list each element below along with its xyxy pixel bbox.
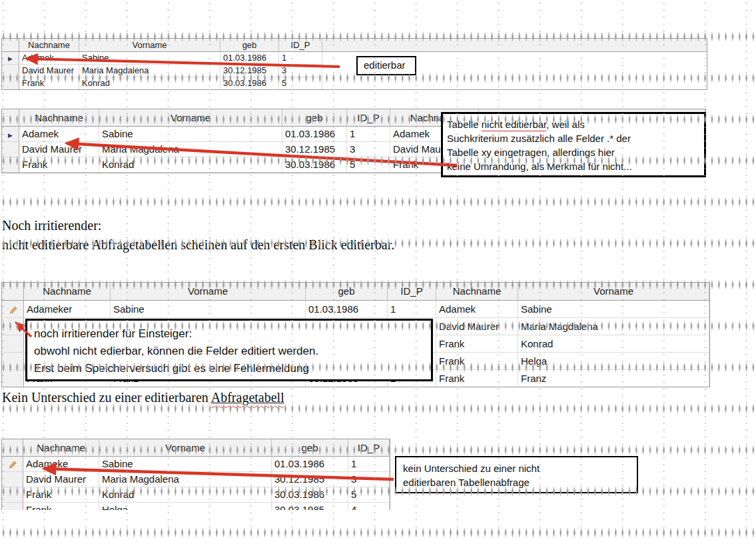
table-cell: Sabine — [99, 457, 272, 472]
table-cell: David Maurer — [436, 318, 518, 335]
table-cell: 4 — [348, 503, 390, 510]
table-cell: 3 — [279, 65, 322, 77]
callout-line: kein Unterschied zu einer nicht — [403, 461, 637, 475]
column-header: Nachname — [23, 439, 99, 457]
table-cell: Frank — [19, 157, 99, 173]
table-screenshot-no-difference[interactable]: NachnameVornamegebID_PAdamekeSabine01.03… — [1, 439, 390, 510]
table-cell: David Maurer — [19, 142, 99, 157]
column-header: Vorname — [79, 39, 220, 52]
table-cell: Konrad — [99, 487, 272, 503]
row-header-cell — [2, 370, 24, 387]
row-header-corner — [2, 39, 19, 52]
column-header: Vorname — [518, 283, 709, 301]
table-cell: 01.03.1986 — [282, 127, 347, 142]
callout-line: obwohl nicht edierbar, können die Felder… — [34, 343, 431, 360]
table-cell: 30.03.1985 — [272, 503, 348, 510]
table-row: AdamekerSabine01.03.19861AdamekSabine — [2, 301, 709, 318]
column-header: Vorname — [99, 109, 282, 127]
column-header: Nachname — [19, 109, 99, 127]
table-cell: Adamek — [436, 301, 518, 318]
table-cell: Frank — [23, 503, 99, 510]
column-header: geb — [220, 39, 279, 52]
callout-line: Suchkriterium zusätzlich alle Felder .* … — [447, 131, 704, 145]
table-cell: 30.12.1985 — [220, 65, 279, 77]
red-underlined-text: nicht editierbar — [482, 119, 547, 131]
table-cell: Helga — [99, 503, 272, 510]
callout-editierbar[interactable]: editierbar — [356, 56, 416, 75]
table-cell: Frank — [19, 77, 79, 90]
table-cell: Maria Magdalena — [79, 65, 220, 77]
table-cell: 30.03.1986 — [272, 487, 348, 503]
spellcheck-wavy-underline: Abfragetabell — [211, 390, 284, 405]
callout-no-difference[interactable]: kein Unterschied zu einer nicht editierb… — [395, 456, 638, 493]
column-header: ID_P — [347, 109, 390, 127]
table-cell: 01.03.1986 — [272, 457, 348, 472]
table-cell: Sabine — [111, 301, 306, 318]
table-cell: Adamek — [19, 127, 99, 142]
row-header-corner — [2, 283, 24, 301]
paragraph-line: Noch irritierender: — [2, 216, 394, 235]
row-header-cell — [2, 318, 24, 335]
callout-line: noch irritierender für Einsteiger: — [34, 325, 431, 343]
table-cell: 01.03.1986 — [220, 52, 279, 65]
table-cell: Frank — [436, 353, 518, 370]
row-header-cell — [2, 353, 24, 370]
table-cell: 1 — [347, 127, 390, 142]
table-cell: Maria Magdalena — [99, 142, 282, 157]
column-header: ID_P — [348, 439, 390, 457]
table-cell: David Maurer — [23, 472, 99, 487]
table-cell: Helga — [518, 353, 709, 370]
paragraph-no-difference: Kein Unterschied zu einer editierbaren A… — [2, 388, 284, 407]
row-header-corner — [2, 439, 23, 457]
table-cell: 5 — [348, 487, 390, 503]
table-cell: Frank — [436, 370, 518, 387]
table-screenshot-editable-query[interactable]: NachnameVornamegebID_P▶AdamekSabine01.03… — [1, 38, 707, 90]
table-cell: Adameke — [23, 457, 99, 472]
callout-line: editierbaren Tabellenabfrage — [403, 475, 637, 489]
edit-pencil-icon — [7, 458, 17, 469]
table-cell: Maria Magdalena — [99, 472, 272, 487]
table-row: David MaurerMaria Magdalena30.12.19853 — [2, 472, 390, 487]
row-filler — [322, 77, 707, 90]
row-header-cell — [2, 457, 23, 472]
column-header: Nachname — [24, 283, 111, 301]
row-header-cell — [2, 472, 23, 487]
table-cell: Konrad — [79, 77, 220, 90]
header-filler — [322, 39, 707, 52]
active-row-marker-icon: ▶ — [8, 132, 13, 139]
row-header-cell — [2, 335, 24, 353]
row-header-cell — [2, 301, 24, 318]
row-header-cell — [2, 157, 19, 173]
table-cell: 30.12.1985 — [272, 472, 348, 487]
column-header: ID_P — [279, 39, 322, 52]
table-cell: 5 — [347, 157, 390, 173]
table-row: FrankKonrad30.03.19865 — [2, 77, 707, 90]
table-cell: David Maurer — [19, 65, 79, 77]
row-header-cell — [2, 65, 19, 77]
column-header: geb — [306, 283, 388, 301]
row-header-corner — [2, 109, 19, 127]
callout-line: keine Umrandung, als Merkmal für nicht..… — [447, 159, 704, 173]
table-cell: Frank — [436, 335, 518, 353]
table-cell: 1 — [348, 457, 390, 472]
table-row: ▶AdamekSabine01.03.19861 — [2, 52, 707, 65]
table-cell: Konrad — [518, 335, 709, 353]
table-row: AdamekeSabine01.03.19861 — [2, 457, 390, 472]
table-cell: Maria Magdalena — [518, 318, 709, 335]
table-row: FrankHelga30.03.19854 — [2, 503, 390, 510]
table-cell: 30.03.1986 — [220, 77, 279, 90]
callout-editierbar-text: editierbar — [364, 59, 406, 71]
table-cell: Konrad — [99, 157, 282, 173]
callout-not-editable[interactable]: Tabelle nicht editierbar, weil als Suchk… — [441, 112, 706, 177]
table-cell: Sabine — [79, 52, 220, 65]
table-cell: 1 — [388, 301, 436, 318]
table-cell: 5 — [279, 77, 322, 90]
underlined-word: Abfragetabell — [211, 390, 284, 405]
row-header-cell — [2, 77, 19, 90]
callout-beginners[interactable]: noch irritierender für Einsteiger: obwoh… — [25, 319, 433, 381]
table-cell: 3 — [347, 142, 390, 157]
table-cell: Adameker — [24, 301, 111, 318]
row-header-cell: ▶ — [2, 52, 19, 65]
row-header-cell — [2, 142, 19, 157]
table-row: FrankKonrad30.03.19865 — [2, 487, 390, 503]
